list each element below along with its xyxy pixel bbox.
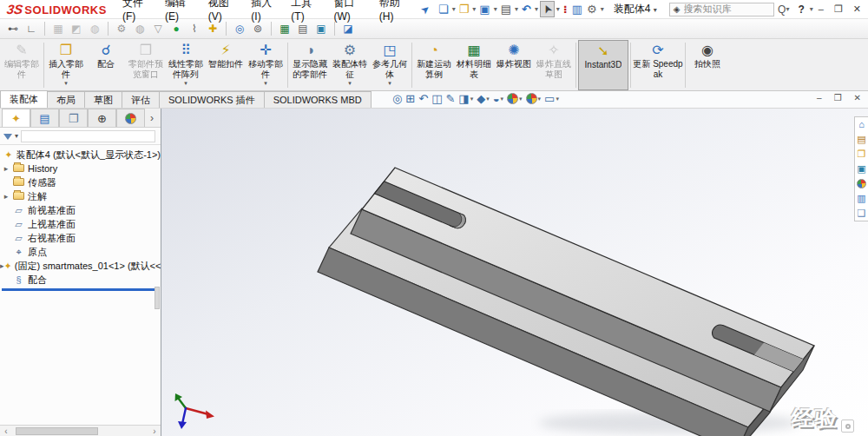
- panel-horizontal-scrollbar[interactable]: ‹ ›: [0, 425, 161, 436]
- save-caret-icon[interactable]: ▾: [494, 5, 497, 13]
- search-magnifier-icon[interactable]: Q: [778, 3, 786, 16]
- tab-layout[interactable]: 布局: [47, 91, 85, 108]
- tree-item-front-plane[interactable]: ▱ 前视基准面: [0, 203, 161, 217]
- caret-icon[interactable]: ▾: [538, 96, 542, 102]
- hide-show-items-button[interactable]: ◒▾: [493, 92, 503, 105]
- print-small-icon[interactable]: ▤: [295, 21, 311, 36]
- tab-dimxpertmanager[interactable]: ⊕: [88, 109, 116, 127]
- dynamic-annotation-button[interactable]: ✎: [445, 92, 455, 105]
- image-export-icon[interactable]: ▣: [313, 21, 329, 36]
- caret-icon[interactable]: ▾: [556, 96, 559, 102]
- panel-tabs-overflow-chevron[interactable]: ›: [150, 112, 154, 124]
- filter-input[interactable]: [21, 130, 155, 142]
- doc-close-button[interactable]: ✕: [854, 93, 861, 102]
- report-icon[interactable]: ◪: [340, 21, 356, 36]
- custom-properties-icon[interactable]: ▥: [857, 194, 865, 203]
- caret-icon[interactable]: ▾: [486, 96, 490, 102]
- help-button[interactable]: ?: [798, 3, 804, 16]
- restore-button[interactable]: ❐: [834, 3, 843, 15]
- undo-caret-icon[interactable]: ▾: [535, 5, 538, 13]
- tree-item-smartmates-component[interactable]: ▸ ✦ (固定) smartmates_01<1> (默认<<: [0, 259, 161, 273]
- tree-item-sensors[interactable]: 传感器: [0, 175, 161, 189]
- insert-components-button[interactable]: ❐ 插入零部件 ▾: [46, 40, 86, 90]
- exploded-view-button[interactable]: ✺ 爆炸视图: [494, 40, 534, 90]
- tab-evaluate[interactable]: 评估: [122, 91, 160, 108]
- excel-export-icon[interactable]: ▦: [277, 21, 293, 36]
- knowledge-search-box[interactable]: ◈ 搜索知识库: [669, 3, 774, 17]
- tree-item-history[interactable]: ▸ History: [0, 162, 161, 175]
- zoom-to-fit-button[interactable]: ◎: [392, 92, 402, 105]
- zoom-to-area-button[interactable]: ⊞: [405, 92, 415, 105]
- open-caret-icon[interactable]: ▾: [472, 5, 476, 13]
- options-caret-icon[interactable]: ▾: [601, 5, 604, 13]
- file-explorer-icon[interactable]: ❐: [858, 149, 866, 159]
- print-caret-icon[interactable]: ▾: [515, 5, 518, 13]
- view-palette-icon[interactable]: ▣: [857, 164, 865, 174]
- instant3d-button[interactable]: ➘ Instant3D: [578, 40, 628, 90]
- tree-item-annotations[interactable]: ▸ 注解: [0, 189, 161, 203]
- options-button[interactable]: ⚙: [585, 2, 599, 17]
- zoom-tool-icon[interactable]: ◎: [232, 21, 247, 36]
- caret-icon[interactable]: ▾: [519, 96, 523, 102]
- tab-featuremanager[interactable]: ✦: [2, 109, 30, 127]
- close-button[interactable]: ✕: [853, 3, 861, 15]
- scroll-right-arrow-icon[interactable]: ›: [148, 426, 161, 436]
- menu-help[interactable]: 帮助(H): [372, 0, 414, 24]
- document-title-caret-icon[interactable]: ▾: [654, 6, 657, 14]
- print-button[interactable]: ▤: [499, 2, 513, 17]
- section-view-button[interactable]: ◫: [431, 92, 442, 105]
- select-tool-button[interactable]: ➤: [540, 1, 555, 17]
- appearances-scenes-icon[interactable]: [857, 179, 866, 188]
- settings-gear-icon[interactable]: ⚙: [114, 21, 129, 36]
- assembly-features-button[interactable]: ⚙ 装配体特征 ▾: [330, 40, 370, 90]
- previous-view-button[interactable]: ↶: [418, 92, 428, 105]
- show-hidden-components-button[interactable]: ◑ 显示隐藏的零部件: [290, 40, 330, 90]
- filter-caret-icon[interactable]: ▾: [15, 132, 18, 140]
- sphere-icon[interactable]: ◍: [132, 21, 148, 36]
- search-caret-icon[interactable]: ▾: [786, 5, 789, 13]
- interference-check-button[interactable]: ⁝: [562, 2, 569, 17]
- tree-root-assembly[interactable]: ✦ 装配体4 (默认<默认_显示状态-1>): [0, 148, 161, 162]
- view-settings-button[interactable]: ▭▾: [544, 92, 559, 105]
- view-orientation-button[interactable]: ◨▾: [458, 92, 473, 105]
- pin-menu-icon[interactable]: ➤: [418, 2, 433, 17]
- scrollbar-track[interactable]: [12, 426, 148, 436]
- dropdown-caret-icon[interactable]: ▾: [64, 80, 68, 86]
- tree-item-top-plane[interactable]: ▱ 上视基准面: [0, 217, 161, 231]
- update-speedpak-button[interactable]: ⟳ 更新 Speedpak: [633, 40, 683, 90]
- scroll-left-arrow-icon[interactable]: ‹: [0, 426, 12, 436]
- dropdown-caret-icon[interactable]: ▾: [264, 80, 267, 86]
- undo-button[interactable]: ↶: [520, 2, 533, 17]
- tab-assembly[interactable]: 装配体: [0, 90, 48, 108]
- tab-configurationmanager[interactable]: ❐: [59, 109, 88, 127]
- bill-of-materials-button[interactable]: ▦ 材料明细表: [454, 40, 494, 90]
- filter-funnel-icon[interactable]: [3, 134, 12, 144]
- forum-icon[interactable]: ❑: [858, 208, 866, 218]
- binoculars-icon[interactable]: ⊚: [250, 21, 266, 36]
- tab-solidworks-mbd[interactable]: SOLIDWORKS MBD: [264, 91, 372, 108]
- select-caret-icon[interactable]: ▾: [556, 5, 560, 13]
- graphics-viewport[interactable]: ⌂ ▤ ❐ ▣ ▥ ❑ 经验: [161, 109, 868, 436]
- lifting-lug-icon[interactable]: ✚: [205, 21, 220, 36]
- move-component-button[interactable]: ✛ 移动零部件 ▾: [246, 40, 286, 90]
- new-motion-study-button[interactable]: ◔ 新建运动算例: [414, 40, 454, 90]
- doc-minimize-button[interactable]: –: [817, 93, 822, 102]
- tree-vertical-scrollbar[interactable]: [155, 287, 160, 309]
- tab-sketch[interactable]: 草图: [84, 91, 122, 108]
- dropdown-caret-icon[interactable]: ▾: [388, 80, 391, 86]
- design-library-icon[interactable]: ▤: [857, 135, 865, 144]
- home-icon[interactable]: ⌂: [858, 120, 865, 129]
- tab-propertymanager[interactable]: ▤: [30, 109, 59, 127]
- cup-icon[interactable]: ▽: [150, 21, 166, 36]
- apply-scene-button[interactable]: ▾: [526, 93, 542, 104]
- expand-arrow-icon[interactable]: ▸: [0, 164, 12, 173]
- doc-restore-button[interactable]: ❐: [834, 93, 842, 102]
- scrollbar-thumb[interactable]: [16, 427, 98, 435]
- minimize-button[interactable]: –: [819, 3, 824, 15]
- dropdown-caret-icon[interactable]: ▾: [184, 80, 187, 86]
- rollback-bar[interactable]: [2, 288, 157, 291]
- smart-fasteners-button[interactable]: ⚡ 智能扣件: [206, 40, 246, 90]
- new-caret-icon[interactable]: ▾: [452, 5, 456, 13]
- tree-item-mates[interactable]: § 配合: [0, 273, 161, 287]
- tree-item-origin[interactable]: ⌖ 原点: [0, 245, 161, 259]
